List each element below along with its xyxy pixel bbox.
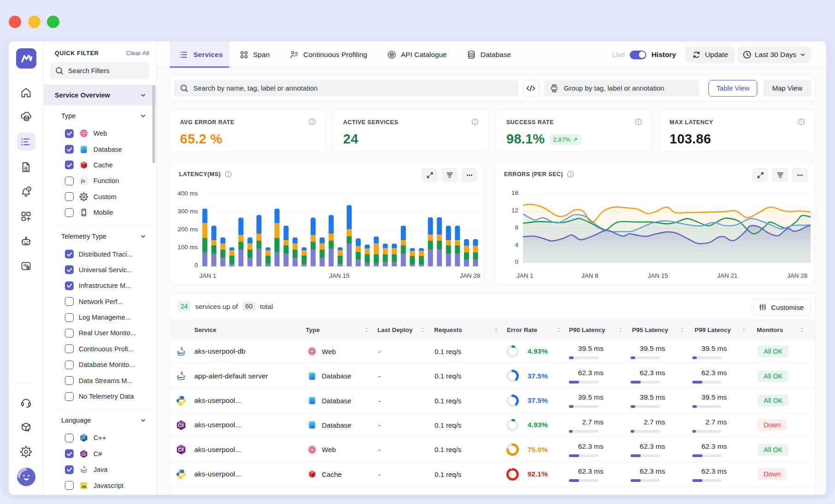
svg-text:JS: JS [81,484,86,488]
svg-text:C#: C# [178,448,184,453]
svg-text:C+: C+ [81,437,85,440]
svg-text:fx: fx [81,178,86,183]
svg-text:C#: C# [178,423,184,428]
svg-text:C#: C# [81,452,86,457]
